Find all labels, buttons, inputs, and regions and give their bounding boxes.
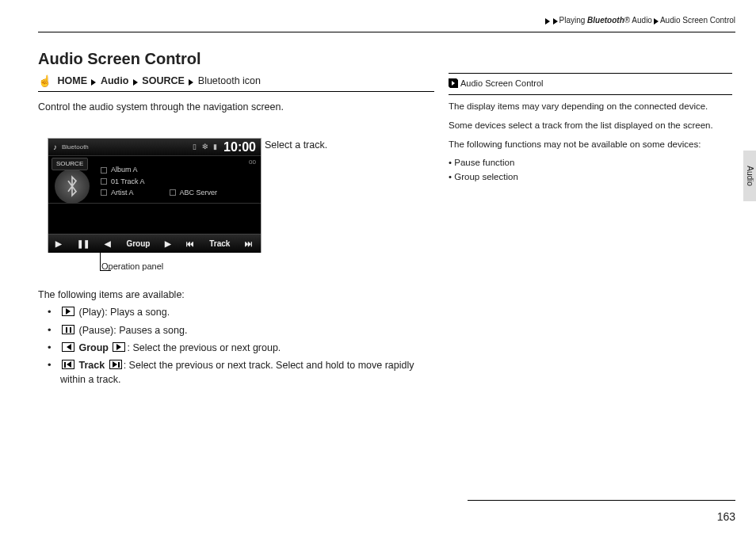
track-prev-icon[interactable]: ⏮ (183, 238, 197, 250)
callout-operation-panel: Operation panel (101, 261, 434, 273)
operation-panel[interactable]: ▶ ❚❚ ◀ Group ▶ ⏮ Track ⏭ (48, 234, 261, 253)
info-icon (449, 78, 458, 92)
status-icons: ▯ ❇ ▮ (193, 142, 219, 152)
callout-select-track: Select a track. (265, 138, 327, 152)
side-note-select: Some devices select a track from the lis… (449, 119, 732, 133)
item-track: Track : Select the previous or next trac… (51, 358, 434, 387)
navigation-path: ☝ HOME Audio SOURCE Bluetooth icon (38, 73, 434, 92)
mode-label: Bluetooth (62, 143, 89, 152)
footer-divider (468, 500, 735, 501)
main-column: ☝ HOME Audio SOURCE Bluetooth icon Contr… (38, 73, 449, 390)
limit-pause: Pause function (449, 156, 732, 170)
item-group: Group : Select the previous or next grou… (51, 341, 434, 355)
source-button[interactable]: SOURCE (52, 158, 88, 170)
album-icon (101, 167, 107, 174)
bluetooth-icon (55, 169, 90, 204)
group-next-icon[interactable]: ▶ (162, 238, 174, 250)
pause-icon[interactable]: ❚❚ (74, 238, 93, 250)
intro-paragraph: Control the audio system through the nav… (38, 100, 434, 114)
item-pause: (Pause): Pauses a song. (51, 323, 434, 338)
side-column: Audio Screen Control The display items m… (449, 73, 732, 185)
track-info: Album A 01 Track A Artist A ABC Server (101, 164, 217, 200)
group-label: Group (123, 238, 153, 250)
server-icon (170, 189, 176, 196)
side-note-variation: The display items may vary depending on … (449, 100, 732, 114)
artist-icon (101, 189, 107, 196)
side-heading: Audio Screen Control (449, 77, 732, 95)
audio-screen-mock: Bluetooth ▯ ❇ ▮ 10:00 SOURCE 00 Album A (48, 138, 262, 253)
play-pause-icon[interactable]: ▶ (52, 238, 65, 250)
side-note-limits: The following functions may not be avail… (449, 138, 732, 152)
chevron-right-icon (132, 74, 139, 89)
page-title: Audio Screen Control (38, 50, 735, 68)
track-next-icon (109, 360, 122, 369)
hand-icon: ☝ (38, 73, 52, 89)
track-label: Track (206, 238, 233, 250)
chevron-right-icon (90, 74, 97, 89)
group-prev-icon[interactable]: ◀ (101, 238, 114, 250)
limit-group: Group selection (449, 170, 732, 185)
section-tab: Audio (743, 151, 756, 201)
track-next-icon[interactable]: ⏭ (242, 238, 256, 250)
chevron-right-icon (187, 74, 195, 89)
track-prev-icon (62, 360, 74, 369)
pause-icon (62, 325, 74, 334)
leader-line (100, 252, 101, 271)
page-number: 163 (717, 510, 735, 523)
play-icon (62, 307, 74, 316)
track-icon (101, 178, 107, 185)
left-arrow-icon (62, 342, 74, 352)
clock: 10:00 (223, 138, 256, 156)
item-play: (Play): Plays a song. (51, 305, 434, 319)
top-divider (38, 32, 735, 32)
header-extra: 00 (249, 158, 256, 167)
music-note-icon (53, 142, 57, 154)
items-intro: The following items are available: (38, 288, 434, 302)
right-arrow-icon (113, 342, 125, 352)
